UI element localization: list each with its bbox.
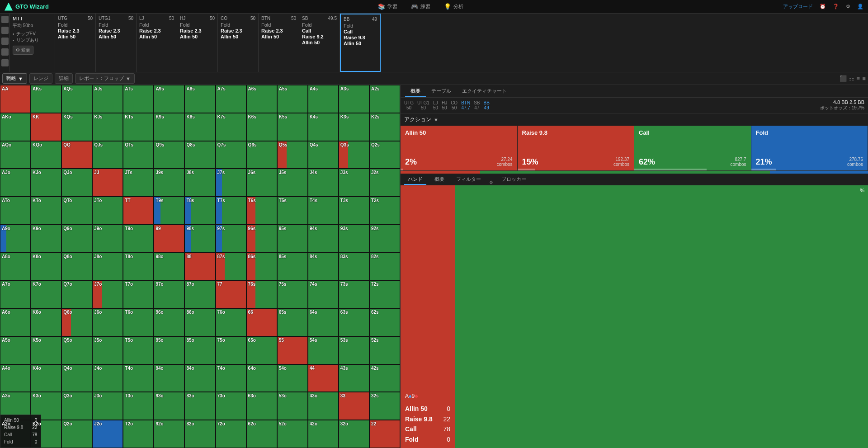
hand-cell-j2o[interactable]: J2o (92, 420, 123, 448)
nav-icon-2[interactable] (1, 27, 9, 34)
tab-detail[interactable]: 詳細 (55, 73, 73, 84)
hand-cell-93s[interactable]: 93s (339, 225, 369, 253)
hand-cell-84o[interactable]: 84o (184, 364, 215, 392)
hand-cell-83s[interactable]: 83s (339, 253, 369, 281)
hand-cell-k4o[interactable]: K4o (31, 364, 61, 392)
hand-cell-j4o[interactable]: J4o (92, 364, 123, 392)
action-card-raise[interactable]: Raise 9.8 15% 192.37 combos (518, 126, 635, 170)
hand-cell-k7s[interactable]: K7s (216, 113, 246, 141)
grid-icon-4[interactable]: ■ (862, 75, 866, 82)
hand-cell-t6o[interactable]: T6o (123, 308, 154, 336)
hand-cell-q5s[interactable]: Q5s (277, 141, 308, 169)
hand-cell-97s[interactable]: 97s (216, 225, 246, 253)
hand-cell-q6s[interactable]: Q6s (246, 141, 277, 169)
hand-cell-qto[interactable]: QTo (61, 197, 92, 225)
hand-cell-88[interactable]: 88 (184, 253, 215, 281)
hand-cell-a5o[interactable]: A5o (0, 336, 31, 364)
hand-cell-k8s[interactable]: K8s (184, 113, 215, 141)
hand-cell-k6o[interactable]: K6o (31, 308, 61, 336)
hand-cell-t4s[interactable]: T4s (308, 197, 339, 225)
hand-cell-a9o[interactable]: A9o (0, 225, 31, 253)
hand-cell-a4o[interactable]: A4o (0, 364, 31, 392)
hand-cell-qts[interactable]: QTs (123, 141, 154, 169)
hand-cell-k6s[interactable]: K6s (246, 113, 277, 141)
hand-cell-a7o[interactable]: A7o (0, 280, 31, 308)
tab-range[interactable]: レンジ (29, 73, 52, 84)
hand-cell-96o[interactable]: 96o (154, 308, 184, 336)
nav-icon-4[interactable] (1, 48, 9, 56)
grid-icon-3[interactable]: ≡ (857, 75, 860, 82)
hand-cell-63s[interactable]: 63s (339, 308, 369, 336)
hand-cell-66[interactable]: 66 (246, 308, 277, 336)
hand-cell-q5o[interactable]: Q5o (61, 336, 92, 364)
hand-cell-98o[interactable]: 98o (154, 253, 184, 281)
hand-cell-q9s[interactable]: Q9s (154, 141, 184, 169)
tab-report[interactable]: レポート：フロップ ▼ (75, 73, 135, 84)
hand-cell-j5o[interactable]: J5o (92, 336, 123, 364)
hand-cell-kjs[interactable]: KJs (92, 113, 123, 141)
hand-cell-q8s[interactable]: Q8s (184, 141, 215, 169)
hand-cell-92o[interactable]: 92o (154, 420, 184, 448)
hand-cell-ako[interactable]: AKo (0, 113, 31, 141)
hand-cell-t5s[interactable]: T5s (277, 197, 308, 225)
pos-col-utg[interactable]: UTG 50 FoldRaise 2.3Allin 50 (55, 14, 96, 72)
hand-cell-t6s[interactable]: T6s (246, 197, 277, 225)
hand-cell-85s[interactable]: 85s (277, 253, 308, 281)
nav-icon-1[interactable] (1, 16, 9, 23)
hand-cell-83o[interactable]: 83o (184, 392, 215, 420)
hand-cell-k2s[interactable]: K2s (369, 113, 400, 141)
pos-col-sb[interactable]: SB 49.5 FoldCallRaise 9.2Allin 50 (299, 14, 340, 72)
hand-cell-73s[interactable]: 73s (339, 280, 369, 308)
hand-cell-82o[interactable]: 82o (184, 420, 215, 448)
hand-cell-jj[interactable]: JJ (92, 169, 123, 197)
hand-cell-j3o[interactable]: J3o (92, 392, 123, 420)
hand-cell-a8o[interactable]: A8o (0, 253, 31, 281)
hand-cell-ato[interactable]: ATo (0, 197, 31, 225)
hand-cell-qq[interactable]: QQ (61, 141, 92, 169)
settings-icon[interactable]: ⚙ (846, 4, 850, 9)
hand-cell-65s[interactable]: 65s (277, 308, 308, 336)
hand-cell-j7s[interactable]: J7s (216, 169, 246, 197)
hand-cell-k3s[interactable]: K3s (339, 113, 369, 141)
hand-cell-52s[interactable]: 52s (369, 336, 400, 364)
right-tab-equity[interactable]: エクイティチャート (457, 86, 512, 97)
grid-icon-1[interactable]: ⬛ (840, 75, 847, 82)
hand-tab-filter[interactable]: フィルター (453, 174, 485, 185)
hand-cell-aqo[interactable]: AQo (0, 141, 31, 169)
hand-cell-t8o[interactable]: T8o (123, 253, 154, 281)
help-icon[interactable]: ❓ (833, 4, 839, 9)
hand-cell-a4s[interactable]: A4s (308, 85, 339, 113)
hand-cell-a8s[interactable]: A8s (184, 85, 215, 113)
hand-cell-aqs[interactable]: AQs (61, 85, 92, 113)
hand-cell-j8o[interactable]: J8o (92, 253, 123, 281)
hand-cell-a2s[interactable]: A2s (369, 85, 400, 113)
hand-cell-j6o[interactable]: J6o (92, 308, 123, 336)
hand-cell-75s[interactable]: 75s (277, 280, 308, 308)
hand-cell-62s[interactable]: 62s (369, 308, 400, 336)
hand-cell-jts[interactable]: JTs (123, 169, 154, 197)
hand-cell-52o[interactable]: 52o (277, 420, 308, 448)
hand-cell-j2s[interactable]: J2s (369, 169, 400, 197)
hand-cell-qjo[interactable]: QJo (61, 169, 92, 197)
hand-cell-74s[interactable]: 74s (308, 280, 339, 308)
hand-cell-44[interactable]: 44 (308, 364, 339, 392)
change-button[interactable]: ⚙ 変更 (13, 46, 33, 55)
hand-cell-t7s[interactable]: T7s (216, 197, 246, 225)
nav-practice[interactable]: 🎮 練習 (411, 3, 430, 10)
hand-cell-65o[interactable]: 65o (246, 336, 277, 364)
hand-cell-q9o[interactable]: Q9o (61, 225, 92, 253)
hand-cell-j8s[interactable]: J8s (184, 169, 215, 197)
hand-cell-ats[interactable]: ATs (123, 85, 154, 113)
hand-cell-q3o[interactable]: Q3o (61, 392, 92, 420)
pos-col-co[interactable]: CO 50 FoldRaise 2.3Allin 50 (218, 14, 259, 72)
hand-cell-62o[interactable]: 62o (246, 420, 277, 448)
hand-cell-k7o[interactable]: K7o (31, 280, 61, 308)
right-tab-summary[interactable]: 概要 (405, 86, 426, 97)
hand-cell-k9s[interactable]: K9s (154, 113, 184, 141)
hand-cell-j4s[interactable]: J4s (308, 169, 339, 197)
hand-cell-a6s[interactable]: A6s (246, 85, 277, 113)
hand-cell-t7o[interactable]: T7o (123, 280, 154, 308)
hand-cell-kto[interactable]: KTo (31, 197, 61, 225)
action-card-call[interactable]: Call 62% 827.7 combos (634, 126, 751, 170)
hand-cell-32o[interactable]: 32o (339, 420, 369, 448)
